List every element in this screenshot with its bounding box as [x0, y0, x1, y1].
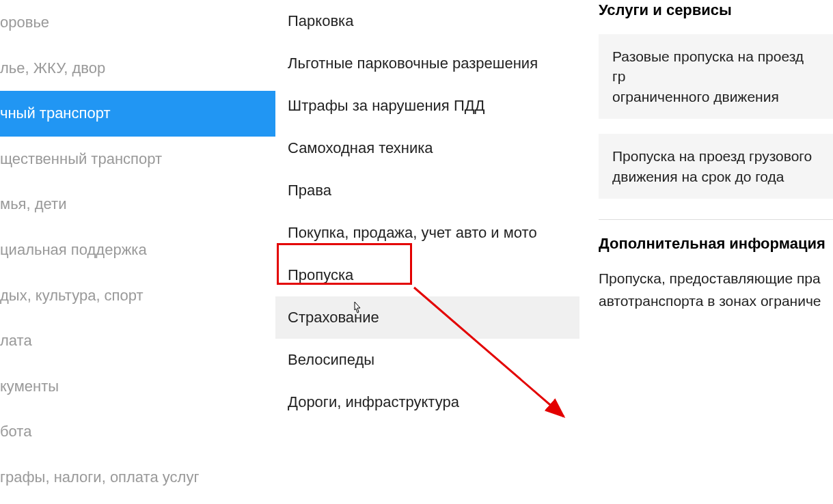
service-card-truck-pass[interactable]: Пропуска на проезд грузового движения на… [599, 134, 833, 199]
section-divider [599, 219, 833, 220]
subcategory-buy-sell[interactable]: Покупка, продажа, учет авто и мото [288, 212, 579, 254]
subcategory-self-propelled[interactable]: Самоходная техника [288, 127, 579, 169]
info-heading: Дополнительная информация [599, 235, 833, 253]
sidebar-item-social-support[interactable]: циальная поддержка [0, 227, 275, 273]
service-card-single-pass[interactable]: Разовые пропуска на проезд гр ограниченн… [599, 34, 833, 119]
subcategory-column: Парковка Льготные парковочные разрешения… [275, 0, 579, 504]
subcategory-roads[interactable]: Дороги, инфраструктура [288, 381, 579, 423]
sidebar-item-documents[interactable]: кументы [0, 364, 275, 410]
subcategory-license[interactable]: Права [288, 169, 579, 212]
subcategory-passes[interactable]: Пропуска [288, 254, 579, 296]
sidebar-item-recreation[interactable]: дых, культура, спорт [0, 273, 275, 319]
subcategory-parking-permits[interactable]: Льготные парковочные разрешения [288, 42, 579, 85]
sidebar: оровье лье, ЖКУ, двор чный транспорт щес… [0, 0, 275, 504]
sidebar-item-family[interactable]: мья, дети [0, 182, 275, 227]
sidebar-item-payment[interactable]: лата [0, 318, 275, 364]
subcategory-traffic-fines[interactable]: Штрафы за нарушения ПДД [288, 85, 579, 127]
services-heading: Услуги и сервисы [599, 1, 833, 19]
sidebar-item-health[interactable]: оровье [0, 0, 275, 46]
subcategory-parking[interactable]: Парковка [288, 0, 579, 42]
sidebar-item-public-transport[interactable]: щественный транспорт [0, 137, 275, 182]
sidebar-item-personal-transport[interactable]: чный транспорт [0, 91, 275, 137]
subcategory-bicycles[interactable]: Велосипеды [288, 339, 579, 381]
sidebar-item-housing[interactable]: лье, ЖКУ, двор [0, 46, 275, 92]
subcategory-insurance[interactable]: Страхование [275, 296, 579, 339]
sidebar-item-disabilities[interactable]: ди с ограниченными зможностями здоровья [0, 501, 275, 504]
info-text: Пропуска, предоставляющие пра автотрансп… [599, 268, 833, 312]
details-column: Услуги и сервисы Разовые пропуска на про… [579, 0, 833, 504]
sidebar-item-work[interactable]: бота [0, 409, 275, 455]
sidebar-item-fines-taxes[interactable]: графы, налоги, оплата услуг [0, 455, 275, 501]
